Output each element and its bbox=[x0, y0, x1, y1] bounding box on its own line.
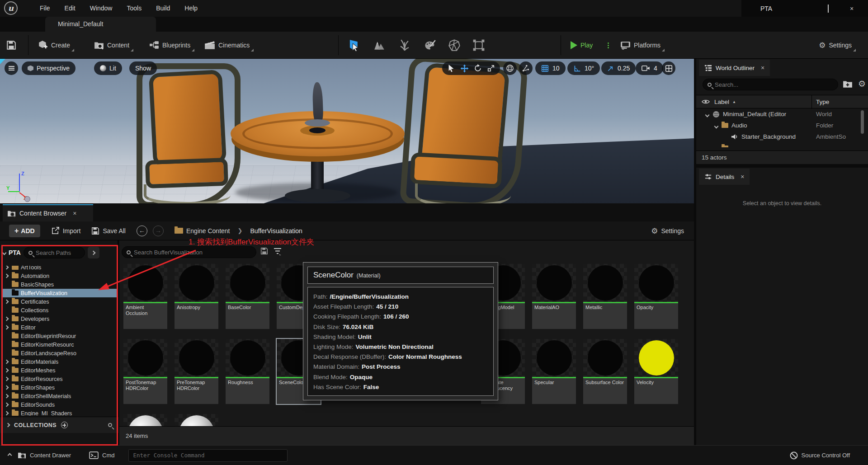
expander-icon[interactable] bbox=[3, 369, 9, 372]
asset-card-Velocity[interactable]: Velocity bbox=[634, 339, 678, 404]
add-collection-icon[interactable] bbox=[61, 422, 68, 428]
create-button[interactable]: Create bbox=[38, 32, 70, 59]
foliage-mode-icon[interactable] bbox=[399, 39, 410, 51]
menu-help[interactable]: Help bbox=[177, 0, 205, 17]
folder-item-EditorMaterials[interactable]: EditorMaterials bbox=[2, 357, 118, 366]
folder-item-Collections[interactable]: Collections bbox=[2, 306, 118, 315]
expand-sources-button[interactable] bbox=[88, 247, 99, 258]
chevron-down-icon[interactable] bbox=[2, 250, 7, 255]
select-mode-icon[interactable] bbox=[348, 39, 360, 51]
add-button[interactable]: + ADD bbox=[9, 225, 40, 237]
unreal-logo-icon[interactable]: u bbox=[4, 1, 18, 15]
expander-icon[interactable] bbox=[3, 395, 9, 398]
cinematics-button[interactable]: Cinematics bbox=[204, 32, 250, 59]
save-level-button[interactable] bbox=[6, 32, 16, 59]
folder-item-EditorSounds[interactable]: EditorSounds bbox=[2, 400, 118, 409]
close-icon[interactable]: × bbox=[761, 64, 764, 71]
folder-item-EditorMeshes[interactable]: EditorMeshes bbox=[2, 366, 118, 375]
menu-file[interactable]: File bbox=[33, 0, 57, 17]
console-command-input[interactable]: Enter Console Command bbox=[128, 449, 288, 462]
outliner-search-input[interactable]: Search... bbox=[703, 79, 838, 90]
label-column-header[interactable]: Label bbox=[714, 99, 729, 105]
collections-bar[interactable]: COLLECTIONS bbox=[0, 417, 118, 433]
select-tool-icon[interactable] bbox=[447, 64, 455, 72]
nav-forward-button[interactable]: → bbox=[153, 225, 164, 236]
outliner-scrollbar[interactable] bbox=[861, 110, 864, 134]
folder-item-EditorKismetResourc[interactable]: EditorKismetResourc bbox=[2, 340, 118, 349]
folder-item-Editor[interactable]: Editor bbox=[2, 323, 118, 332]
expander-icon[interactable] bbox=[3, 266, 9, 269]
folder-item-Automation[interactable]: Automation bbox=[2, 272, 118, 280]
asset-card-Specular[interactable]: Specular bbox=[532, 339, 576, 404]
expander-icon[interactable] bbox=[3, 403, 9, 406]
world-relative-transform-button[interactable] bbox=[503, 61, 517, 75]
folder-item-EditorBlueprintResour[interactable]: EditorBlueprintResour bbox=[2, 332, 118, 340]
menu-edit[interactable]: Edit bbox=[57, 0, 83, 17]
grid-snap-control[interactable]: 10 bbox=[535, 61, 566, 75]
outliner-settings-icon[interactable]: ⚙ bbox=[858, 79, 866, 89]
asset-card-Metallic[interactable]: Metallic bbox=[583, 264, 627, 329]
expander-icon[interactable] bbox=[3, 386, 9, 389]
level-tab[interactable]: Minimal_Default bbox=[45, 17, 156, 32]
outliner-row-partial[interactable] bbox=[696, 142, 868, 147]
expander-icon[interactable] bbox=[3, 377, 9, 380]
surface-snapping-button[interactable] bbox=[519, 61, 533, 75]
import-button[interactable]: Import bbox=[51, 226, 81, 235]
folder-item-EditorLandscapeReso[interactable]: EditorLandscapeReso bbox=[2, 349, 118, 357]
sources-root-label[interactable]: PTA bbox=[9, 249, 21, 256]
folder-item-Developers[interactable]: Developers bbox=[2, 315, 118, 323]
minimize-button[interactable] bbox=[800, 4, 809, 13]
rotate-tool-icon[interactable] bbox=[474, 64, 482, 72]
platforms-button[interactable]: Platforms bbox=[620, 32, 660, 59]
settings-button[interactable]: ⚙ Settings bbox=[819, 32, 852, 59]
fracture-mode-icon[interactable] bbox=[448, 39, 460, 51]
type-column-header[interactable]: Type bbox=[816, 99, 829, 105]
eye-icon[interactable] bbox=[702, 99, 710, 104]
menu-window[interactable]: Window bbox=[83, 0, 120, 17]
asset-card-partial-16[interactable] bbox=[123, 414, 167, 426]
content-browser-tab[interactable]: Content Browser × bbox=[3, 204, 93, 221]
menu-tools[interactable]: Tools bbox=[119, 0, 149, 17]
asset-card-BaseColor[interactable]: BaseColor bbox=[226, 264, 269, 329]
mesh-paint-mode-icon[interactable] bbox=[424, 39, 436, 51]
expander-icon[interactable] bbox=[3, 360, 9, 363]
close-icon[interactable]: × bbox=[741, 173, 744, 180]
asset-search-input[interactable]: Search BufferVisualization bbox=[122, 246, 256, 258]
menu-build[interactable]: Build bbox=[149, 0, 177, 17]
asset-card-SubsurfaceColor[interactable]: Subsurface Color bbox=[583, 339, 627, 404]
folder-item-EditorResources[interactable]: EditorResources bbox=[2, 375, 118, 383]
cmd-dropdown[interactable]: Cmd bbox=[102, 452, 114, 459]
breadcrumb-engine-content[interactable]: Engine Content bbox=[186, 227, 230, 235]
viewport-options-button[interactable] bbox=[5, 61, 18, 75]
folder-item-Engine_MI_Shaders[interactable]: Engine_MI_Shaders bbox=[2, 409, 118, 416]
nav-back-button[interactable]: ← bbox=[137, 225, 147, 236]
maximize-viewport-button[interactable] bbox=[662, 61, 675, 75]
asset-card-MaterialAO[interactable]: MaterialAO bbox=[532, 264, 576, 329]
search-collections-icon[interactable] bbox=[108, 423, 112, 427]
asset-card-PreTonemapHDRColor[interactable]: PreTonemap HDRColor bbox=[175, 339, 218, 404]
level-viewport[interactable]: Perspective Lit Show 10 10° bbox=[0, 59, 694, 203]
asset-card-Roughness[interactable]: Roughness bbox=[226, 339, 269, 404]
content-button[interactable]: Content bbox=[94, 32, 129, 59]
scale-tool-icon[interactable] bbox=[487, 64, 495, 72]
folder-item-ArtTools[interactable]: ArtTools bbox=[2, 266, 118, 272]
expander-icon[interactable] bbox=[3, 317, 9, 320]
content-browser-settings-button[interactable]: ⚙ Settings bbox=[651, 226, 684, 235]
column-divider[interactable] bbox=[811, 95, 812, 109]
world-outliner-tab[interactable]: World Outliner × bbox=[699, 60, 770, 76]
expander-icon[interactable] bbox=[3, 274, 9, 277]
asset-card-partial-17[interactable] bbox=[175, 414, 218, 426]
content-drawer-button[interactable]: Content Drawer bbox=[30, 452, 71, 459]
folder-item-BufferVisualization[interactable]: BufferVisualization bbox=[2, 289, 118, 297]
outliner-row-Minimal_Default_Editor[interactable]: Minimal_Default (EditorWorld bbox=[696, 108, 868, 120]
move-tool-icon[interactable] bbox=[460, 64, 469, 73]
chevron-up-icon[interactable] bbox=[8, 453, 12, 458]
blueprints-button[interactable]: Blueprints bbox=[149, 32, 190, 59]
breadcrumb-buffervisualization[interactable]: BufferVisualization bbox=[250, 227, 302, 235]
maximize-button[interactable] bbox=[824, 4, 833, 13]
expander-icon[interactable] bbox=[3, 412, 9, 415]
perspective-selector[interactable]: Perspective bbox=[22, 61, 75, 75]
folder-item-EditorShapes[interactable]: EditorShapes bbox=[2, 383, 118, 392]
asset-card-AmbientOcclusion[interactable]: Ambient Occlusion bbox=[123, 264, 167, 329]
details-tab[interactable]: Details × bbox=[699, 169, 750, 185]
